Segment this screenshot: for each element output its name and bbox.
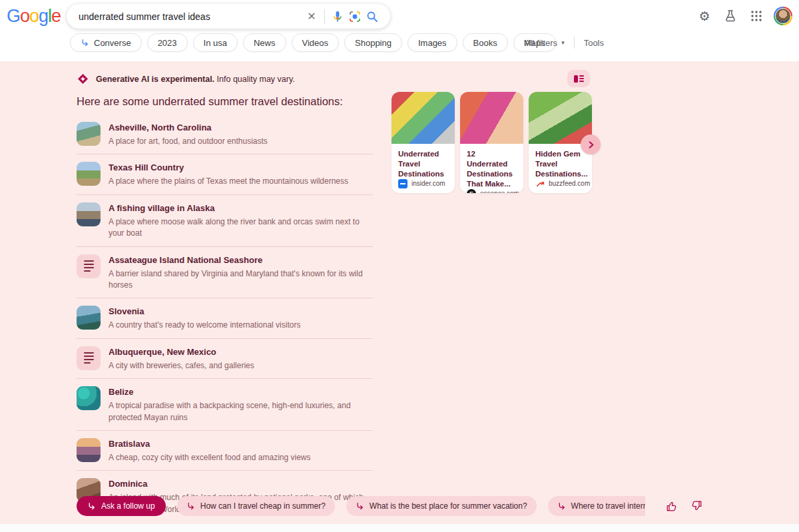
source-domain: essence.com	[480, 190, 519, 193]
destination-list: Asheville, North Carolina A place for ar…	[77, 115, 373, 522]
labs-flask-icon[interactable]	[722, 7, 739, 25]
all-filters-button[interactable]: All filters ▾	[525, 38, 565, 48]
thumbs-down-icon[interactable]	[690, 500, 702, 512]
destination-thumbnail	[77, 306, 101, 330]
thumbs-up-icon[interactable]	[666, 500, 678, 512]
filters-right: All filters ▾ Tools	[525, 33, 604, 52]
followup-row: Ask a follow up How can I travel cheap i…	[77, 496, 702, 516]
header-actions: ⚙	[696, 7, 792, 25]
essence-favicon: E	[467, 189, 476, 193]
destination-thumbnail	[77, 386, 101, 410]
layout-toggle-icon	[574, 75, 578, 83]
text-placeholder-icon	[77, 346, 101, 370]
google-logo[interactable]: Google	[7, 6, 61, 27]
list-item[interactable]: A fishing village in Alaska A place wher…	[77, 195, 373, 247]
list-item[interactable]: Asheville, North Carolina A place for ar…	[77, 115, 373, 154]
suggestion-chip[interactable]: Where to travel internationa	[548, 496, 645, 516]
source-card-essence[interactable]: 12 Underrated Destinations That Make... …	[460, 92, 523, 193]
chip-label: Converse	[94, 38, 131, 48]
chip-images[interactable]: Images	[407, 33, 457, 52]
chevron-down-icon: ▾	[561, 39, 565, 46]
feedback-buttons	[666, 500, 702, 512]
settings-gear-icon[interactable]: ⚙	[696, 7, 713, 25]
list-item[interactable]: Belize A tropical paradise with a backpa…	[77, 379, 373, 431]
converse-arrow-icon	[81, 39, 89, 47]
list-item[interactable]: Texas Hill Country A place where the pla…	[77, 154, 373, 194]
follow-up-arrow-icon	[186, 502, 195, 511]
search-input[interactable]	[79, 11, 303, 22]
list-item[interactable]: Albuquerque, New Mexico A city with brew…	[77, 339, 373, 379]
follow-up-arrow-icon	[87, 502, 96, 511]
search-icon[interactable]	[364, 8, 381, 25]
avatar-photo	[775, 8, 791, 24]
follow-up-arrow-icon	[557, 502, 566, 511]
card-image	[392, 92, 455, 144]
clear-icon[interactable]: ✕	[303, 8, 320, 25]
list-item[interactable]: Slovenia A country that's ready to welco…	[77, 298, 373, 338]
text-placeholder-icon	[77, 254, 101, 278]
header: Google ✕	[0, 0, 799, 61]
apps-grid-icon[interactable]	[748, 7, 765, 25]
chip-converse[interactable]: Converse	[70, 33, 142, 52]
source-card-insider[interactable]: Underrated Travel Destinations insider.c…	[392, 92, 455, 193]
source-domain: buzzfeed.com	[549, 180, 590, 187]
destination-thumbnail	[77, 122, 101, 146]
source-cards: Underrated Travel Destinations insider.c…	[392, 92, 592, 193]
follow-up-arrow-icon	[356, 502, 364, 511]
destination-thumbnail	[77, 438, 101, 462]
microphone-icon[interactable]	[329, 8, 346, 25]
chip-shopping[interactable]: Shopping	[344, 33, 402, 52]
ask-follow-up-button[interactable]: Ask a follow up	[77, 496, 166, 516]
google-lens-icon[interactable]	[346, 8, 364, 25]
ai-answer-heading: Here are some underrated summer travel d…	[77, 95, 343, 108]
tools-button[interactable]: Tools	[584, 38, 604, 48]
insider-favicon	[398, 179, 407, 188]
card-image	[460, 92, 523, 144]
chip-in-usa[interactable]: In usa	[193, 33, 238, 52]
sparkle-icon	[77, 73, 89, 85]
search-bar[interactable]: ✕	[67, 4, 390, 29]
buzzfeed-favicon	[535, 179, 545, 188]
suggestion-chip[interactable]: What is the best place for summer vacati…	[346, 496, 537, 516]
layout-toggle-button[interactable]	[567, 70, 590, 87]
carousel-next-button[interactable]	[581, 134, 601, 154]
chip-2023[interactable]: 2023	[147, 33, 188, 52]
chevron-right-icon	[586, 140, 596, 150]
page-bottom-strip	[0, 524, 799, 532]
account-avatar[interactable]	[774, 7, 792, 25]
search-divider	[324, 9, 325, 24]
generative-ai-panel: Generative AI is experimental. Info qual…	[0, 61, 799, 524]
list-item[interactable]: Bratislava A cheap, cozy city with excel…	[77, 431, 373, 471]
ai-disclaimer: Generative AI is experimental. Info qual…	[77, 73, 295, 85]
filter-chips-row: Converse 2023 In usa News Videos Shoppin…	[70, 33, 556, 52]
source-domain: insider.com	[411, 180, 445, 187]
suggestion-chip[interactable]: How can I travel cheap in summer?	[177, 496, 335, 516]
filters-separator	[574, 37, 575, 49]
chip-books[interactable]: Books	[463, 33, 508, 52]
chip-news[interactable]: News	[243, 33, 286, 52]
list-item[interactable]: Assateague Island National Seashore A ba…	[77, 247, 373, 299]
card-image	[529, 92, 592, 144]
destination-thumbnail	[77, 162, 101, 186]
chip-videos[interactable]: Videos	[292, 33, 340, 52]
destination-thumbnail	[77, 202, 101, 226]
